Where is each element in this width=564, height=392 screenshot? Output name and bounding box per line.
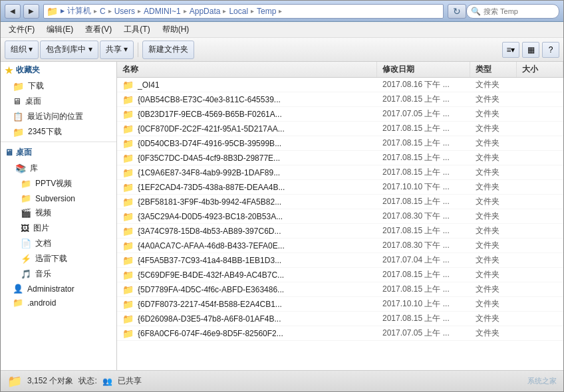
file-folder-icon: 📁 bbox=[122, 255, 134, 266]
image-icon: 🖼 bbox=[21, 223, 29, 233]
refresh-button[interactable]: ↻ bbox=[448, 4, 466, 19]
share-button[interactable]: 共享 ▾ bbox=[100, 41, 134, 59]
sidebar-item-downloads[interactable]: 📁 下载 bbox=[1, 78, 116, 94]
table-row[interactable]: 📁 {6F8A0CF6-074F-46e9-8D5F-82560F2... 20… bbox=[117, 326, 563, 341]
file-size-cell bbox=[517, 312, 563, 326]
search-box[interactable]: 🔍 bbox=[466, 4, 559, 19]
table-row[interactable]: 📁 {0D540CB3-D74F-4916-95CB-39599B... 201… bbox=[117, 136, 563, 151]
sidebar-item-doc[interactable]: 📄 文档 bbox=[1, 236, 116, 251]
organize-button[interactable]: 组织 ▾ bbox=[5, 41, 39, 59]
file-name-cell: 📁 {0CF870DF-2C2F-421f-95A1-5D217AA... bbox=[117, 122, 377, 136]
sidebar-item-subversion[interactable]: 📁 Subversion bbox=[1, 191, 116, 205]
file-folder-icon: 📁 bbox=[122, 94, 134, 105]
menu-edit[interactable]: 编辑(E) bbox=[41, 23, 78, 37]
file-name-cell: 📁 {1EF2CAD4-73D5-438a-887E-DEAA4B... bbox=[117, 180, 377, 194]
music-label: 音乐 bbox=[35, 268, 51, 280]
file-date-cell: 2017.08.30 下午 ... bbox=[377, 239, 470, 252]
menu-file[interactable]: 文件(F) bbox=[3, 23, 40, 37]
table-row[interactable]: 📁 {1EF2CAD4-73D5-438a-887E-DEAA4B... 201… bbox=[117, 180, 563, 195]
file-type-cell: 文件夹 bbox=[470, 92, 517, 106]
back-button[interactable]: ◀ bbox=[5, 4, 21, 19]
col-header-size[interactable]: 大小 bbox=[517, 62, 563, 77]
table-row[interactable]: 📁 {2BF58181-3F9F-4b3b-9942-4FA5B82... 20… bbox=[117, 195, 563, 209]
app2345-label: 2345下载 bbox=[28, 126, 62, 138]
view-menu-button[interactable]: ≡▾ bbox=[502, 42, 519, 58]
toolbar-right: ≡▾ ▦ ? bbox=[502, 42, 559, 58]
search-input[interactable] bbox=[484, 7, 564, 15]
addr-arrow-2: ▸ bbox=[108, 7, 112, 15]
address-c[interactable]: C bbox=[100, 7, 106, 16]
view-grid-button[interactable]: ▦ bbox=[522, 42, 539, 58]
sidebar-item-recent[interactable]: 📋 最近访问的位置 bbox=[1, 109, 116, 124]
file-name-cell: 📁 _OI41 bbox=[117, 78, 377, 92]
table-row[interactable]: 📁 {0AB54CB8-E73C-40e3-811C-645539... 201… bbox=[117, 92, 563, 107]
status-folder-icon: 📁 bbox=[7, 374, 22, 389]
file-folder-icon: 📁 bbox=[122, 226, 134, 237]
menu-tools[interactable]: 工具(T) bbox=[118, 23, 155, 37]
table-row[interactable]: 📁 {6D7F8073-2217-454f-B588-E2A4CB1... 20… bbox=[117, 297, 563, 312]
android-icon: 📁 bbox=[13, 298, 23, 308]
address-admin[interactable]: ADMINI~1 bbox=[144, 7, 181, 16]
add-to-lib-button[interactable]: 包含到库中 ▾ bbox=[40, 41, 98, 59]
menu-help[interactable]: 帮助(H) bbox=[157, 23, 195, 37]
file-type-cell: 文件夹 bbox=[470, 209, 517, 223]
file-size-cell bbox=[517, 180, 563, 194]
menu-view[interactable]: 查看(V) bbox=[80, 23, 117, 37]
address-appdata[interactable]: AppData bbox=[190, 7, 221, 16]
address-local[interactable]: Local bbox=[229, 7, 248, 16]
table-row[interactable]: 📁 {5D7789FA-4D5C-4f6c-ABFD-E363486... 20… bbox=[117, 282, 563, 297]
table-row[interactable]: 📁 {0B23D17F-9ECB-4569-B65B-F0261A... 201… bbox=[117, 107, 563, 122]
file-date-cell: 2017.10.10 上午 ... bbox=[377, 297, 470, 311]
file-size-cell bbox=[517, 268, 563, 282]
sidebar-item-pptv[interactable]: 📁 PPTV视频 bbox=[1, 176, 116, 191]
file-type-cell: 文件夹 bbox=[470, 78, 517, 92]
new-folder-button[interactable]: 新建文件夹 bbox=[142, 41, 194, 59]
table-row[interactable]: 📁 {0F35C7DC-D4A5-4cf9-8B3D-29877E... 201… bbox=[117, 151, 563, 165]
desktop-icon: 🖥 bbox=[13, 96, 21, 106]
table-row[interactable]: 📁 _OI41 2017.08.16 下午 ... 文件夹 bbox=[117, 78, 563, 92]
address-bar[interactable]: 📁 ▸ 计算机 ▸ C ▸ Users ▸ ADMINI~1 ▸ AppData… bbox=[43, 4, 444, 19]
admin-icon: 👤 bbox=[13, 284, 23, 294]
file-type-cell: 文件夹 bbox=[470, 136, 517, 150]
sidebar-item-android[interactable]: 📁 .android bbox=[1, 296, 116, 310]
table-row[interactable]: 📁 {0CF870DF-2C2F-421f-95A1-5D217AA... 20… bbox=[117, 122, 563, 136]
sidebar-item-video[interactable]: 🎬 视频 bbox=[1, 205, 116, 221]
file-size-cell bbox=[517, 239, 563, 252]
forward-button[interactable]: ▶ bbox=[23, 4, 39, 19]
address-temp[interactable]: Temp bbox=[257, 7, 276, 16]
address-computer[interactable]: 计算机 bbox=[67, 5, 91, 17]
recent-label: 最近访问的位置 bbox=[27, 111, 83, 122]
table-row[interactable]: 📁 {1C9A6E87-34F8-4ab9-992B-1DAF89... 201… bbox=[117, 165, 563, 180]
sidebar-item-music[interactable]: 🎵 音乐 bbox=[1, 266, 116, 282]
file-name-cell: 📁 {6D26098A-D3E5-47b8-A6F8-01AF4B... bbox=[117, 312, 377, 326]
file-date-cell: 2017.08.15 上午 ... bbox=[377, 224, 470, 238]
desktop2-header[interactable]: 🖥 桌面 bbox=[1, 144, 116, 161]
col-header-type[interactable]: 类型 bbox=[470, 62, 517, 77]
table-row[interactable]: 📁 {4A0ACA7C-AFAA-46d8-B433-7EFA0E... 201… bbox=[117, 239, 563, 253]
file-name: {0F35C7DC-D4A5-4cf9-8B3D-29877E... bbox=[138, 153, 280, 163]
table-row[interactable]: 📁 {4F5A5B37-7C93-41a4-84BB-1EB1D3... 201… bbox=[117, 253, 563, 268]
table-row[interactable]: 📁 {3A5C29A4-D0D5-4923-BC18-20B53A... 201… bbox=[117, 209, 563, 224]
col-header-date[interactable]: 修改日期 bbox=[377, 62, 470, 77]
file-size-cell bbox=[517, 282, 563, 296]
sidebar-item-thunder[interactable]: ⚡ 迅雷下载 bbox=[1, 251, 116, 266]
col-header-name[interactable]: 名称 bbox=[117, 62, 377, 77]
table-row[interactable]: 📁 {6D26098A-D3E5-47b8-A6F8-01AF4B... 201… bbox=[117, 312, 563, 326]
table-row[interactable]: 📁 {5C69DF9E-B4DE-432f-AB49-AC4B7C... 201… bbox=[117, 268, 563, 282]
file-list-container: 名称 修改日期 类型 大小 📁 _OI41 2017.08.16 下午 ... … bbox=[117, 62, 563, 370]
sidebar-item-desktop[interactable]: 🖥 桌面 bbox=[1, 94, 116, 109]
table-row[interactable]: 📁 {3A74C978-15D8-4b53-AB89-397C6D... 201… bbox=[117, 224, 563, 239]
file-name: {1EF2CAD4-73D5-438a-887E-DEAA4B... bbox=[138, 183, 285, 192]
address-users[interactable]: Users bbox=[114, 7, 135, 16]
file-name-cell: 📁 {5D7789FA-4D5C-4f6c-ABFD-E363486... bbox=[117, 282, 377, 296]
file-folder-icon: 📁 bbox=[122, 270, 134, 280]
file-folder-icon: 📁 bbox=[122, 241, 134, 251]
help-button[interactable]: ? bbox=[542, 42, 559, 58]
sidebar-item-library[interactable]: 📚 库 bbox=[1, 161, 116, 176]
sidebar-item-image[interactable]: 🖼 图片 bbox=[1, 221, 116, 236]
sidebar-item-2345[interactable]: 📁 2345下载 bbox=[1, 124, 116, 140]
favorites-header[interactable]: ★ 收藏夹 bbox=[1, 62, 116, 78]
sidebar-item-admin[interactable]: 👤 Administrator bbox=[1, 282, 116, 296]
file-date-cell: 2017.08.30 下午 ... bbox=[377, 209, 470, 223]
addr-arrow-1: ▸ bbox=[94, 7, 97, 15]
